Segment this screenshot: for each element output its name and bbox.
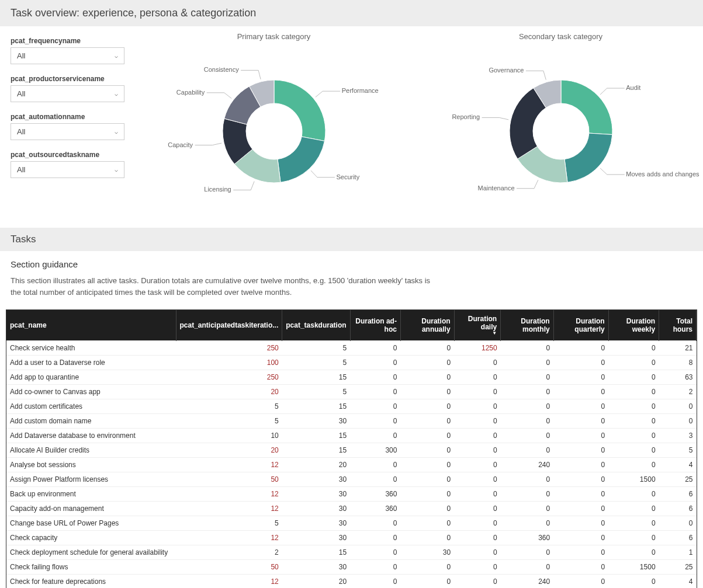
table-row[interactable]: Back up environment1230360000006	[6, 487, 697, 502]
table-row[interactable]: Assign Power Platform licenses5030000001…	[6, 472, 697, 487]
filter-select[interactable]: All⌵	[11, 161, 124, 178]
cell: 0	[454, 531, 501, 545]
donut-slice[interactable]	[278, 137, 324, 182]
column-header[interactable]: Duration ad-hoc	[350, 310, 400, 341]
table-row[interactable]: Allocate AI Builder credits2015300000005	[6, 443, 697, 458]
cell: 4	[659, 458, 697, 472]
cell: 0	[501, 443, 554, 458]
cell: 0	[501, 356, 554, 370]
cell: 0	[501, 399, 554, 414]
filter-select[interactable]: All⌵	[11, 47, 124, 64]
cell: 0	[400, 516, 454, 531]
cell: 0	[553, 399, 608, 414]
chart-title: Secondary task category	[429, 32, 692, 41]
column-header[interactable]: Duration annually	[400, 310, 454, 341]
cell: Analyse bot sessions	[6, 458, 176, 472]
cell: 0	[454, 414, 501, 429]
cell: 0	[553, 531, 608, 545]
table-row[interactable]: Change base URL of Power Pages5300000000	[6, 516, 697, 531]
cell: 0	[350, 545, 400, 560]
filter-group: pcat_frequencynameAll⌵	[11, 37, 124, 64]
cell: 5	[176, 414, 282, 429]
cell: 20	[282, 458, 350, 472]
table-row[interactable]: Add co-owner to Canvas app2050000002	[6, 385, 697, 399]
cell: 5	[282, 385, 350, 399]
cell: 0	[501, 370, 554, 385]
cell: 0	[608, 487, 659, 502]
table-row[interactable]: Check service health250500125000021	[6, 341, 697, 356]
cell: 0	[454, 399, 501, 414]
cell: 0	[553, 414, 608, 429]
table-row[interactable]: Add a user to a Dataverse role1005000000…	[6, 356, 697, 370]
table-row[interactable]: Check capacity1230000360006	[6, 531, 697, 545]
column-header[interactable]: Total hours	[659, 310, 697, 341]
cell: 0	[659, 516, 697, 531]
cell: 0	[608, 356, 659, 370]
column-header[interactable]: pcat_name	[6, 310, 176, 341]
charts-panel: Primary task categoryPerformanceSecurity…	[142, 32, 692, 210]
cell: 0	[454, 443, 501, 458]
donut-slice[interactable]	[565, 133, 612, 182]
donut-slice[interactable]	[274, 80, 325, 141]
filter-value: All	[17, 165, 25, 174]
cell: 0	[501, 502, 554, 516]
column-header[interactable]: Duration monthly	[501, 310, 554, 341]
cell: 0	[350, 560, 400, 575]
cell: Check failing flows	[6, 560, 176, 575]
column-header[interactable]: pcat_anticipatedtaskiteratio...	[176, 310, 282, 341]
filter-select[interactable]: All⌵	[11, 85, 124, 102]
cell: 25	[659, 560, 697, 575]
cell: 0	[454, 472, 501, 487]
table-row[interactable]: Capacity add-on management1230360000006	[6, 502, 697, 516]
cell: 0	[553, 356, 608, 370]
cell: 30	[282, 516, 350, 531]
filters-panel: pcat_frequencynameAll⌵pcat_productorserv…	[11, 32, 124, 210]
table-row[interactable]: Add app to quarantine2501500000063	[6, 370, 697, 385]
donut-svg[interactable]	[169, 47, 379, 210]
cell: 30	[282, 472, 350, 487]
cell: 0	[350, 414, 400, 429]
cell: Check capacity	[6, 531, 176, 545]
tasks-table: pcat_namepcat_anticipatedtaskiteratio...…	[6, 309, 697, 588]
table-row[interactable]: Check deployment schedule for general av…	[6, 545, 697, 560]
chart-slice-label: Consistency	[204, 66, 239, 73]
chevron-down-icon: ⌵	[115, 128, 118, 135]
cell: 30	[400, 545, 454, 560]
table-row[interactable]: Add Dataverse database to environment101…	[6, 429, 697, 443]
cell: 0	[553, 458, 608, 472]
cell: Check for feature deprecations	[6, 575, 176, 589]
cell: 5	[282, 341, 350, 356]
column-header[interactable]: Duration daily▼	[454, 310, 501, 341]
table-row[interactable]: Check for feature deprecations1220000240…	[6, 575, 697, 589]
cell: 0	[608, 443, 659, 458]
table-row[interactable]: Add custom domain name5300000000	[6, 414, 697, 429]
donut-slice[interactable]	[561, 80, 612, 135]
cell: 5	[282, 356, 350, 370]
cell: 6	[659, 502, 697, 516]
cell: 15	[282, 399, 350, 414]
cell: 12	[176, 575, 282, 589]
cell: 0	[608, 370, 659, 385]
cell: 0	[400, 429, 454, 443]
cell: 0	[350, 458, 400, 472]
cell: 0	[553, 560, 608, 575]
cell: 0	[454, 516, 501, 531]
guidance-title: Section guidance	[11, 259, 692, 269]
table-row[interactable]: Check failing flows503000000150025	[6, 560, 697, 575]
filter-label: pcat_automationname	[11, 113, 124, 121]
column-header[interactable]: Duration weekly	[608, 310, 659, 341]
guidance-section: Section guidance This section illustrate…	[0, 251, 703, 301]
column-header[interactable]: Duration quarterly	[553, 310, 608, 341]
cell: 0	[608, 385, 659, 399]
column-header[interactable]: pcat_taskduration	[282, 310, 350, 341]
cell: 12	[176, 487, 282, 502]
chart-slice-label: Reporting	[452, 113, 480, 120]
cell: 0	[350, 385, 400, 399]
cell: Add a user to a Dataverse role	[6, 356, 176, 370]
table-row[interactable]: Analyse bot sessions1220000240004	[6, 458, 697, 472]
table-row[interactable]: Add custom certificates5150000000	[6, 399, 697, 414]
table-scroll[interactable]: pcat_namepcat_anticipatedtaskiteratio...…	[6, 310, 697, 588]
cell: 10	[176, 429, 282, 443]
filter-select[interactable]: All⌵	[11, 123, 124, 140]
cell: 0	[454, 429, 501, 443]
